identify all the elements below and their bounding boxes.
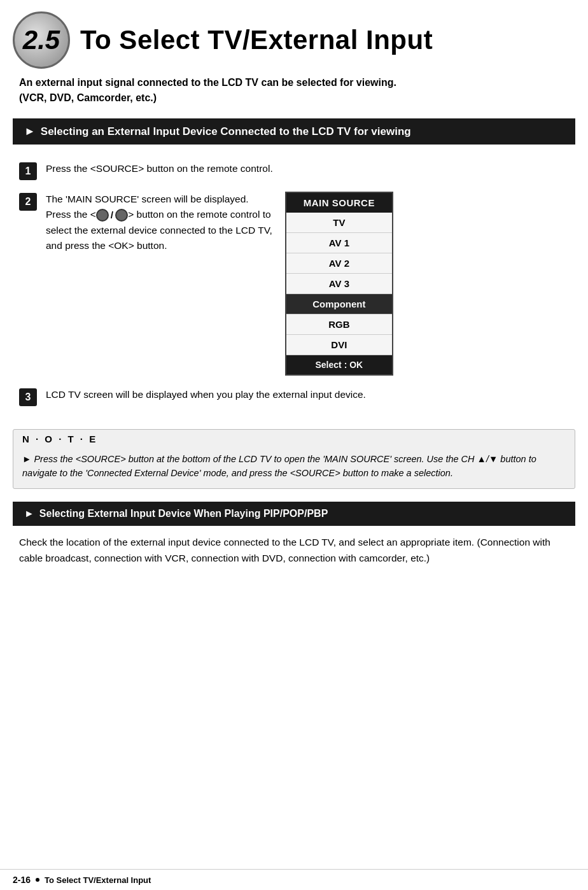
panel-item-tv: TV [286, 213, 392, 233]
note-arrow-icon: ► [22, 454, 31, 464]
step-2: 2 The 'MAIN SOURCE' screen will be displ… [19, 192, 569, 376]
step2-number: 2 [19, 193, 37, 211]
step-1: 1 Press the <SOURCE> button on the remot… [19, 161, 569, 180]
footer-label: To Select TV/External Input [45, 875, 151, 885]
step3-number: 3 [19, 388, 37, 406]
section1-bar: ► Selecting an External Input Device Con… [13, 118, 575, 145]
panel-item-rgb: RGB [286, 314, 392, 335]
steps-area: 1 Press the <SOURCE> button on the remot… [0, 151, 588, 416]
note-text: Press the <SOURCE> button at the bottom … [22, 454, 536, 478]
panel-footer: Select : OK [286, 355, 392, 374]
footer-separator-icon [36, 878, 39, 882]
step2-line1: The 'MAIN SOURCE' screen will be display… [46, 192, 272, 207]
section2-arrow-icon: ► [24, 508, 34, 519]
section-badge: 2.5 [13, 11, 70, 69]
page-title: To Select TV/External Input [80, 25, 433, 55]
section2-bar: ► Selecting External Input Device When P… [13, 502, 575, 526]
panel-item-av3: AV 3 [286, 274, 392, 294]
panel-item-component: Component [286, 294, 392, 314]
note-content: ► Press the <SOURCE> button at the botto… [13, 448, 575, 488]
panel-item-av1: AV 1 [286, 233, 392, 253]
bottom-text: Check the location of the external input… [0, 535, 588, 567]
step2-row: The 'MAIN SOURCE' screen will be display… [46, 192, 393, 376]
section1-arrow-icon: ► [24, 125, 36, 138]
section1-label: Selecting an External Input Device Conne… [41, 125, 411, 138]
note-box: N · O · T · E ► Press the <SOURCE> butto… [13, 429, 575, 489]
badge-text: 2.5 [23, 25, 60, 55]
footer-page-number: 2-16 [13, 875, 31, 885]
step2-line3: select the external device connected to … [46, 223, 272, 238]
remote-btn1-icon [96, 209, 109, 222]
main-source-panel: MAIN SOURCE TV AV 1 AV 2 AV 3 Component … [285, 192, 393, 376]
page-footer: 2-16 To Select TV/External Input [0, 869, 588, 890]
panel-item-av2: AV 2 [286, 253, 392, 274]
header: 2.5 To Select TV/External Input [0, 0, 588, 75]
step2-line4: and press the <OK> button. [46, 238, 272, 253]
step3-content: LCD TV screen will be displayed when you… [46, 387, 366, 402]
step1-content: Press the <SOURCE> button on the remote … [46, 161, 273, 176]
step-3: 3 LCD TV screen will be displayed when y… [19, 387, 569, 406]
step2-content: The 'MAIN SOURCE' screen will be display… [46, 192, 272, 253]
panel-header: MAIN SOURCE [286, 193, 392, 213]
subtitle-text: An external input signal connected to th… [19, 77, 396, 103]
section2-label: Selecting External Input Device When Pla… [39, 508, 328, 519]
remote-slash: / [111, 208, 113, 223]
panel-item-dvi: DVI [286, 335, 392, 355]
note-header: N · O · T · E [13, 430, 575, 448]
bottom-text-content: Check the location of the external input… [19, 537, 550, 563]
step1-text: Press the <SOURCE> button on the remote … [46, 163, 273, 174]
step2-line2: Press the < / > button on the remote con… [46, 207, 272, 223]
subtitle: An external input signal connected to th… [0, 75, 588, 106]
remote-btn2-icon [115, 209, 128, 222]
step1-number: 1 [19, 162, 37, 180]
step3-text: LCD TV screen will be displayed when you… [46, 389, 366, 400]
